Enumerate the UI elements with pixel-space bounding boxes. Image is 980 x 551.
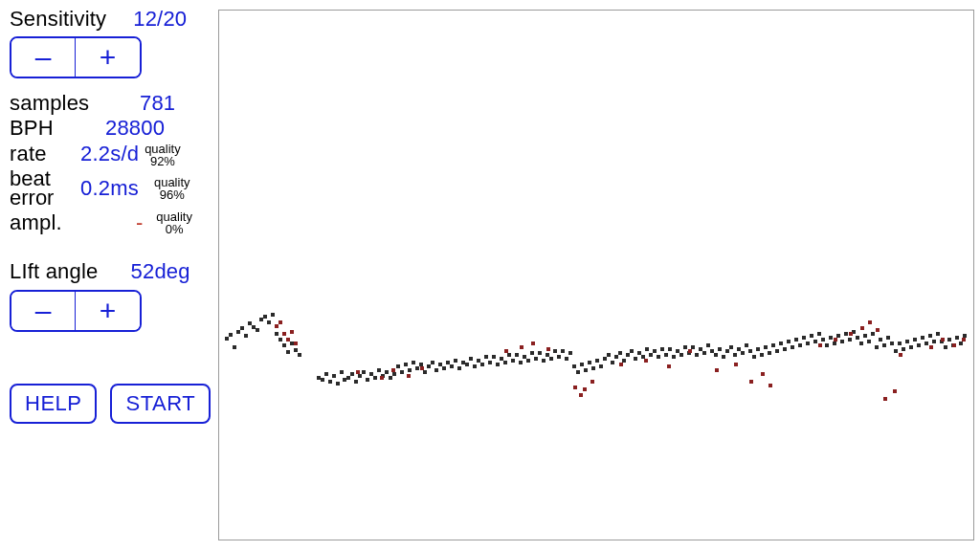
sensitivity-label: Sensitivity: [10, 8, 106, 31]
timing-chart: [218, 10, 974, 540]
sensitivity-stepper: – +: [10, 36, 142, 78]
bph-value: 28800: [105, 117, 165, 140]
lift-angle-row: LIft angle 52deg: [10, 260, 209, 283]
sensitivity-decrease-button[interactable]: –: [11, 38, 76, 77]
bph-row: BPH 28800: [10, 117, 209, 140]
lift-angle-value: 52deg: [131, 260, 190, 283]
control-panel: Sensitivity 12/20 – + samples 781 BPH 28…: [10, 6, 209, 424]
amplitude-quality: quality 0%: [156, 210, 192, 235]
beat-error-value: 0.2ms: [80, 177, 139, 200]
sensitivity-row: Sensitivity 12/20: [10, 8, 209, 31]
timing-chart-canvas: [219, 11, 973, 540]
samples-row: samples 781: [10, 92, 209, 115]
lift-decrease-button[interactable]: –: [11, 292, 76, 330]
amplitude-quality-value: 0%: [156, 223, 192, 235]
amplitude-value: -: [136, 211, 143, 234]
samples-label: samples: [10, 92, 101, 115]
beat-error-row: beat error 0.2ms quality 96%: [10, 169, 209, 209]
beat-error-label: beat error: [10, 169, 57, 209]
beat-error-quality-value: 96%: [154, 188, 190, 201]
action-buttons: HELP START: [10, 384, 209, 424]
help-button[interactable]: HELP: [10, 384, 97, 424]
beat-error-quality: quality 96%: [154, 176, 190, 201]
amplitude-row: ampl. - quality 0%: [10, 210, 209, 235]
rate-label: rate: [10, 143, 57, 165]
rate-quality-value: 92%: [145, 155, 181, 167]
amplitude-label: ampl.: [10, 211, 67, 234]
rate-row: rate 2.2s/d quality 92%: [10, 143, 209, 167]
samples-value: 781: [140, 92, 175, 115]
rate-quality-label: quality: [145, 143, 181, 155]
sensitivity-increase-button[interactable]: +: [76, 38, 140, 77]
rate-quality: quality 92%: [145, 143, 181, 167]
lift-angle-stepper: – +: [10, 290, 142, 332]
start-button[interactable]: START: [110, 384, 211, 424]
rate-value: 2.2s/d: [80, 143, 139, 165]
lift-angle-label: LIft angle: [10, 260, 99, 283]
sensitivity-value: 12/20: [133, 8, 187, 31]
bph-label: BPH: [10, 117, 77, 140]
lift-increase-button[interactable]: +: [76, 292, 140, 330]
